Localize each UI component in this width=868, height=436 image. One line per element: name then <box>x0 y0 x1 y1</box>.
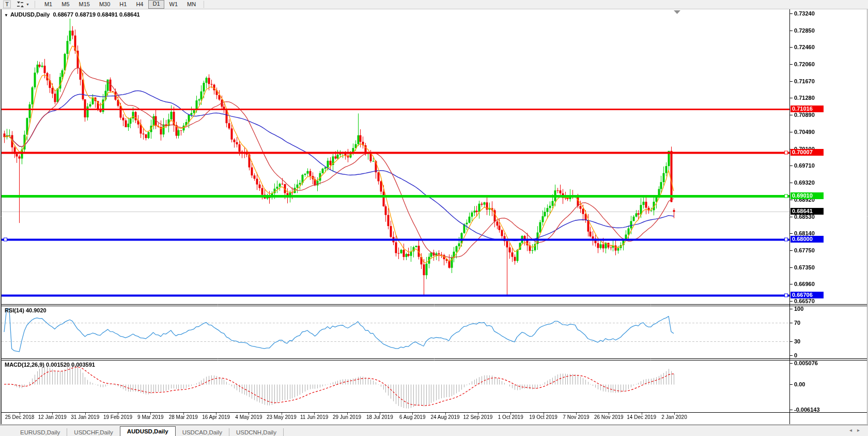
timeframe-button-m5[interactable]: M5 <box>57 1 73 8</box>
tab-usdchf[interactable]: USDCHF,Daily <box>67 428 119 436</box>
mt4-chart-window: T ▼ M1M5M15M30H1H4D1W1MN ▼AUDUSD,Daily 0… <box>0 0 868 436</box>
timeframe-button-h1[interactable]: H1 <box>115 1 131 8</box>
tab-audusd[interactable]: AUDUSD,Daily <box>120 426 176 436</box>
toolbar-separator <box>204 1 207 8</box>
chart-tab-bar: EURUSD,DailyUSDCHF,DailyAUDUSD,DailyUSDC… <box>0 425 868 436</box>
dropdown-caret-icon: ▼ <box>26 3 29 6</box>
tab-nav-right[interactable]: ▸ <box>857 427 865 433</box>
arrows-icon <box>16 1 24 8</box>
tab-usdcnh[interactable]: USDCNH,Daily <box>229 428 284 436</box>
timeframe-button-m15[interactable]: M15 <box>75 1 94 8</box>
cursor-arrows-button[interactable]: ▼ <box>14 1 32 8</box>
tab-eurusd[interactable]: EURUSD,Daily <box>13 428 67 436</box>
timeframe-button-w1[interactable]: W1 <box>165 1 182 8</box>
timeframe-button-m30[interactable]: M30 <box>95 1 114 8</box>
chart-canvas[interactable] <box>0 0 868 436</box>
timeframe-button-d1[interactable]: D1 <box>148 0 164 9</box>
timeframe-button-mn[interactable]: MN <box>183 1 200 8</box>
tab-nav-left[interactable]: ◂ <box>849 427 857 433</box>
timeframe-button-h4[interactable]: H4 <box>132 1 147 8</box>
toolbar-separator <box>35 1 38 8</box>
chart-toolbar: T ▼ M1M5M15M30H1H4D1W1MN <box>0 0 868 9</box>
timeframe-group: M1M5M15M30H1H4D1W1MN <box>40 0 200 9</box>
timeframe-button-m1[interactable]: M1 <box>40 1 56 8</box>
tab-navigation: ◂▸ <box>849 427 865 433</box>
tab-usdcad[interactable]: USDCAD,Daily <box>176 428 229 436</box>
text-tool-button[interactable]: T <box>1 1 13 8</box>
text-tool-icon: T <box>3 1 11 8</box>
